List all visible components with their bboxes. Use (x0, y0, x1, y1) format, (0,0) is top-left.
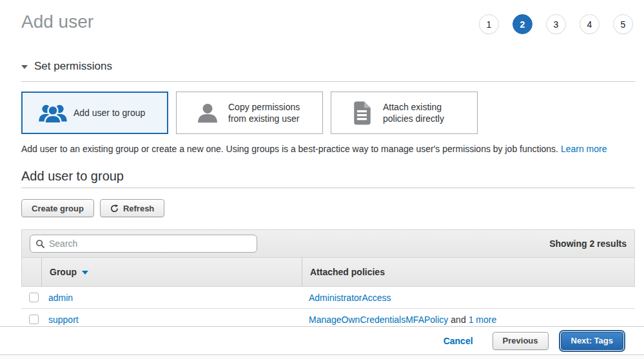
table-search-band: Showing 2 results (21, 229, 635, 258)
page-header: Add user 1 2 3 4 5 (21, 10, 635, 34)
card-label: Copy permissions from existing user (228, 101, 322, 124)
next-tags-button[interactable]: Next: Tags (561, 332, 624, 350)
user-group-icon (37, 102, 68, 124)
search-input[interactable] (45, 238, 257, 249)
group-column-header[interactable]: Group (41, 258, 302, 286)
search-box[interactable] (30, 235, 257, 253)
refresh-label: Refresh (123, 204, 154, 213)
bottom-strip (0, 356, 644, 359)
cancel-button[interactable]: Cancel (444, 336, 473, 346)
search-icon (35, 239, 45, 249)
set-permissions-title: Set permissions (34, 60, 112, 73)
step-2-active: 2 (512, 14, 532, 34)
wizard-footer: Cancel Previous Next: Tags (0, 326, 644, 355)
results-summary: Showing 2 results (549, 238, 627, 249)
card-copy-permissions[interactable]: Copy permissions from existing user (176, 92, 323, 134)
section-description: Add user to an existing group or create … (21, 144, 635, 154)
policies-column-header: Attached policies (302, 258, 634, 286)
policies-cell: ManageOwnCredentialsMFAPolicyand1 more (301, 315, 635, 325)
row-checkbox[interactable] (29, 293, 39, 302)
policies-cell: AdministratorAccess (301, 293, 635, 303)
card-attach-policies[interactable]: Attach existing policies directly (331, 92, 478, 134)
group-cell: admin (41, 293, 301, 303)
policy-link[interactable]: AdministratorAccess (309, 293, 391, 303)
group-cell: support (41, 315, 301, 325)
learn-more-link[interactable]: Learn more (561, 144, 607, 154)
sort-descending-icon (82, 271, 88, 275)
policies-column-label: Attached policies (310, 267, 385, 277)
table-row-admin: admin AdministratorAccess (21, 287, 635, 309)
card-label: Attach existing policies directly (383, 101, 477, 124)
add-user-to-group-heading: Add user to group (21, 168, 635, 188)
step-1: 1 (479, 14, 499, 34)
next-label: Next: Tags (571, 336, 614, 345)
step-5: 5 (613, 14, 633, 34)
group-column-label: Group (50, 267, 77, 277)
permission-option-cards: Add user to group Copy permissions from … (21, 92, 635, 134)
description-text: Add user to an existing group or create … (21, 144, 558, 154)
group-link[interactable]: admin (48, 293, 73, 303)
previous-button[interactable]: Previous (493, 332, 549, 350)
card-add-user-to-group[interactable]: Add user to group (21, 92, 168, 134)
collapse-caret-icon (21, 65, 28, 69)
refresh-button[interactable]: Refresh (100, 199, 164, 217)
card-label: Add user to group (73, 107, 151, 119)
step-3: 3 (546, 14, 566, 34)
policy-more-link[interactable]: 1 more (469, 315, 497, 325)
create-group-label: Create group (32, 204, 84, 213)
policy-joiner: and (451, 315, 465, 325)
single-user-icon (192, 102, 223, 124)
table-actions: Create group Refresh (21, 199, 635, 217)
create-group-button[interactable]: Create group (21, 199, 94, 217)
add-user-wizard-page: Add user 1 2 3 4 5 Set permissions (0, 0, 644, 359)
groups-table: Showing 2 results Group Attached policie… (21, 229, 635, 331)
row-checkbox[interactable] (29, 315, 39, 324)
row-checkbox-cell (21, 315, 41, 324)
policy-document-icon (347, 101, 378, 125)
group-link[interactable]: support (48, 315, 79, 325)
step-4: 4 (580, 14, 600, 34)
table-header-row: Group Attached policies (21, 258, 635, 287)
page-title: Add user (21, 10, 93, 34)
policy-link[interactable]: ManageOwnCredentialsMFAPolicy (309, 315, 448, 325)
set-permissions-section-header[interactable]: Set permissions (21, 60, 635, 82)
previous-label: Previous (503, 336, 538, 345)
row-checkbox-cell (21, 293, 41, 302)
select-all-column (22, 258, 41, 286)
wizard-step-indicator: 1 2 3 4 5 (479, 14, 633, 34)
refresh-icon (110, 204, 119, 213)
